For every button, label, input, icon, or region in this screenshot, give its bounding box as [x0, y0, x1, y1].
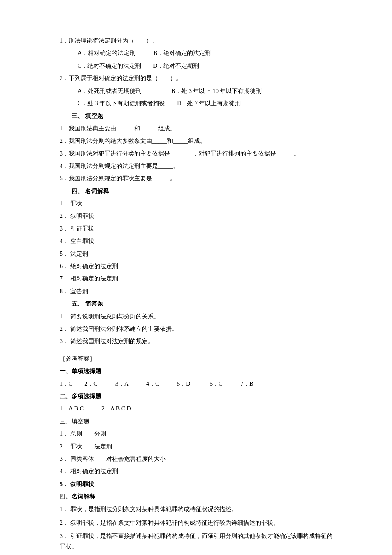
- ans-sec2-line: 1．A B C 2．A B C D: [60, 404, 337, 413]
- term-item: 6． 绝对确定的法定刑: [60, 262, 337, 271]
- section3-title: 三、 填空题: [60, 111, 337, 121]
- ans-sec4-title: 四、名词解释: [60, 492, 337, 501]
- ans-term-item: 3． 引证罪状，是指不直接描述某种犯罪的构成特征，而须引用分则的其他条款才能确定…: [60, 531, 337, 552]
- ans-fill-item: 5． 叙明罪状: [60, 480, 337, 489]
- shortans-item: 2． 简述我国刑法分则体系建立的主要依据。: [60, 324, 337, 334]
- mcq2-opts-row2: C．处 3 年以下有期徒刑或者拘役 D．处 7 年以上有期徒刑: [60, 99, 337, 108]
- section5-title: 五、 简答题: [60, 299, 337, 309]
- shortans-item: 3． 简述我国刑法对法定刑的规定。: [60, 337, 337, 346]
- fill-item: 2．我国刑法分则的绝大多数条文由_____和_____组成。: [60, 136, 337, 146]
- term-item: 2． 叙明罪状: [60, 211, 337, 221]
- ans-fill-item: 2． 罪状 法定刑: [60, 442, 337, 451]
- ans-fill-item: 4． 相对确定的法定刑: [60, 467, 337, 476]
- mcq1-opts-row1: A．相对确定的法定刑 B．绝对确定的法定刑: [60, 49, 337, 58]
- mcq2-stem: 2．下列属于相对确定的法定刑的是（ ）。: [60, 74, 337, 83]
- fill-item: 3．我国刑法对犯罪进行分类的主要依据是 _______；对犯罪进行排列的主要依据…: [60, 149, 337, 159]
- term-item: 1． 罪状: [60, 199, 337, 208]
- term-item: 3． 引证罪状: [60, 224, 337, 234]
- ans-fill-item: 1． 总则 分则: [60, 429, 337, 439]
- term-item: 7． 相对确定的法定刑: [60, 274, 337, 283]
- mcq1-opts-row2: C．绝对不确定的法定刑 D．绝对不定期刑: [60, 61, 337, 71]
- section4-title: 四、 名词解释: [60, 187, 337, 196]
- fill-item: 5．我国刑法分则规定的罪状主要是______。: [60, 174, 337, 183]
- term-item: 5． 法定刑: [60, 249, 337, 259]
- ans-sec1-line: 1．C 2．C 3．A 4．C 5．D 6．C 7．B: [60, 379, 337, 389]
- ans-term-item: 2． 叙明罪状，是指在条文中对某种具体犯罪的构成特征进行较为详细描述的罪状。: [60, 518, 337, 529]
- answers-header: ［参考答案］: [60, 354, 337, 364]
- mcq2-opts-row1: A．处死刑或者无期徒刑 B．处 3 年以上 10 年以下有期徒刑: [60, 87, 337, 96]
- ans-sec2-title: 二、多项选择题: [60, 392, 337, 401]
- ans-sec3-title: 三、填空题: [60, 417, 337, 426]
- ans-sec1-title: 一、单项选择题: [60, 367, 337, 376]
- term-item: 8． 宣告刑: [60, 287, 337, 296]
- fill-item: 4．我国刑法分则规定的法定刑主要是_____。: [60, 162, 337, 171]
- ans-fill-item: 3． 同类客体 对社会危害程度的大小: [60, 454, 337, 464]
- fill-item: 1．我国刑法典主要由______和______组成。: [60, 124, 337, 133]
- ans-term-item: 1． 罪状，是指刑法分则条文对某种具体犯罪构成特征状况的描述。: [60, 504, 337, 515]
- term-item: 4． 空白罪状: [60, 237, 337, 246]
- mcq1-stem: 1．刑法理论将法定刑分为（ ）。: [60, 36, 337, 46]
- shortans-item: 1． 简要说明刑法总则与分则的关系。: [60, 312, 337, 321]
